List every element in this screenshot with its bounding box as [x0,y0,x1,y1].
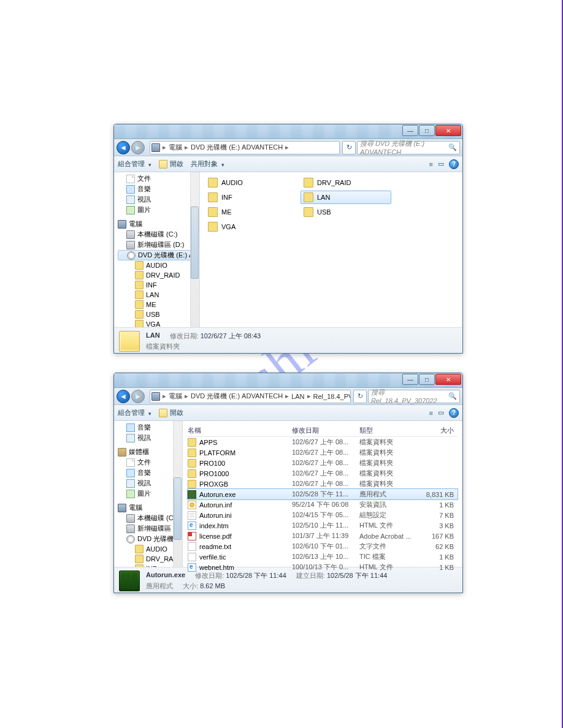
tree-item[interactable]: 文件 [118,173,199,184]
tree-pane[interactable]: 音樂視訊媒體櫃文件音樂視訊圖片電腦本機磁碟 (C:)新增磁碟區 (D:)DVD … [114,421,183,567]
tree-item[interactable]: USB [118,309,199,319]
folder-item[interactable]: LAN [301,191,391,204]
folder-item[interactable]: ME [205,205,296,219]
libmus-icon [126,185,135,194]
breadcrumb-item[interactable]: DVD 光碟機 (E:) ADVANTECH [191,392,283,401]
close-button[interactable]: ✕ [435,125,461,136]
breadcrumb-item[interactable]: LAN [291,393,304,400]
folder-open-icon [159,409,167,417]
scrollbar-thumb[interactable] [174,477,182,540]
open-button[interactable]: 開啟 [159,408,183,417]
scrollbar[interactable] [190,172,199,327]
content-pane[interactable]: AUDIODRV_RAIDINFLANMEUSBVGA [200,172,462,327]
tree-item[interactable]: VGA [118,319,199,327]
view-button[interactable]: ≡ [429,409,433,417]
chevron-right-icon: ▸ [285,143,289,151]
tree-item-label: AUDIO [146,545,167,553]
folder-item[interactable]: VGA [205,220,296,233]
column-date[interactable]: 修改日期 [292,426,359,435]
search-input[interactable]: 搜尋 DVD 光碟機 (E:) ADVANTECH 🔍 [357,141,460,154]
tree-pane[interactable]: 文件音樂視訊圖片電腦本機磁碟 (C:)新增磁碟區 (D:)DVD 光碟機 (E:… [114,172,200,327]
tree-item[interactable]: ME [118,300,199,309]
tree-item[interactable]: 視訊 [118,194,199,205]
comp-icon [118,504,126,512]
table-row[interactable]: Autorun.ini102/4/15 下午 05...組態設定7 KB [188,510,458,520]
tree-item[interactable]: DRV_RAID [118,270,199,280]
table-row[interactable]: APPS102/6/27 上午 08...檔案資料夾 [188,437,458,447]
forward-button[interactable]: ► [131,141,145,154]
open-button[interactable]: 開啟 [159,159,183,169]
back-button[interactable]: ◄ [117,141,130,154]
file-date: 102/6/13 上午 10... [292,552,359,561]
tree-item[interactable]: LAN [118,290,199,300]
maximize-button[interactable]: □ [419,125,435,136]
table-row[interactable]: PRO100102/6/27 上午 08...檔案資料夾 [188,458,458,468]
tree-item[interactable]: INF [118,280,199,290]
table-row[interactable]: readme.txt102/6/10 下午 01...文字文件62 KB [188,541,458,552]
minimize-button[interactable]: — [402,125,418,136]
preview-pane-button[interactable]: ▭ [438,409,444,417]
table-row[interactable]: PRO1000102/6/27 上午 08...檔案資料夾 [188,468,458,479]
table-row[interactable]: verfile.tic102/6/13 上午 10...TIC 檔案1 KB [188,552,458,562]
close-button[interactable]: ✕ [435,374,461,385]
folder-item[interactable]: INF [205,191,296,204]
organize-button[interactable]: 組合管理 [118,159,151,169]
share-button[interactable]: 共用對象 [191,159,224,169]
table-row[interactable]: Autorun.inf95/2/14 下午 06:08安裝資訊1 KB [188,499,458,510]
file-size: 1 KB [421,553,458,561]
title-bar[interactable]: — □ ✕ [114,124,462,139]
folder-item[interactable]: AUDIO [205,176,296,189]
table-row[interactable]: license.pdf101/3/7 上午 11:39Adobe Acrobat… [188,531,458,541]
column-size[interactable]: 大小 [421,426,458,435]
tree-item[interactable]: 電腦 [118,219,199,229]
view-button[interactable]: ≡ [429,161,433,168]
tree-item-label: INF [146,565,157,567]
search-input[interactable]: 搜尋 Rel_18.4_PV_307022 🔍 [368,390,460,403]
tree-item[interactable]: AUDIO [118,260,199,270]
tree-item[interactable]: 新增磁碟區 (D:) [118,240,199,250]
file-type: Adobe Acrobat ... [359,533,421,540]
preview-pane-button[interactable]: ▭ [438,160,444,168]
refresh-button[interactable]: ↻ [353,390,367,403]
breadcrumb-item[interactable]: DVD 光碟機 (E:) ADVANTECH [191,143,283,152]
tree-item[interactable]: 圖片 [118,205,199,215]
refresh-button[interactable]: ↻ [342,141,356,154]
tree-item[interactable]: 本機磁碟 (C:) [118,229,199,240]
table-row[interactable]: Autorun.exe102/5/28 下午 11...應用程式8,831 KB [188,489,458,499]
breadcrumb[interactable]: ▸ 電腦 ▸ DVD 光碟機 (E:) ADVANTECH ▸ [150,141,340,154]
scrollbar[interactable] [173,421,182,567]
column-type[interactable]: 類型 [359,426,421,435]
breadcrumb[interactable]: ▸ 電腦 ▸ DVD 光碟機 (E:) ADVANTECH ▸ LAN ▸ Re… [150,390,351,403]
title-bar[interactable]: — □ ✕ [114,373,462,388]
tree-item[interactable]: 音樂 [118,184,199,194]
minimize-button[interactable]: — [402,374,418,385]
folder-item[interactable]: USB [301,205,391,219]
breadcrumb-item[interactable]: 電腦 [169,143,182,152]
folder-icon [135,290,144,299]
column-headers[interactable]: 名稱 修改日期 類型 大小 [188,425,458,437]
table-row[interactable]: PROXGB102/6/27 上午 08...檔案資料夾 [188,479,458,489]
scrollbar-thumb[interactable] [191,207,199,279]
column-name[interactable]: 名稱 [188,426,292,435]
help-button[interactable]: ? [449,408,459,418]
file-date: 102/6/27 上午 08... [292,438,359,447]
tic-icon [188,553,196,561]
hdd-icon [126,241,135,249]
tree-item[interactable]: DVD 光碟機 (E:) ADVANTE [118,250,199,260]
back-button[interactable]: ◄ [117,390,130,403]
help-button[interactable]: ? [449,159,459,169]
organize-button[interactable]: 組合管理 [118,408,151,417]
breadcrumb-item[interactable]: Rel_18.4_PV_307022 [313,393,351,400]
folder-icon [135,545,144,553]
folder-item[interactable]: DRV_RAID [301,176,391,189]
tree-item-label: 文件 [137,458,151,467]
content-pane[interactable]: 名稱 修改日期 類型 大小 APPS102/6/27 上午 08...檔案資料夾… [183,421,462,567]
table-row[interactable]: PLATFORM102/6/27 上午 08...檔案資料夾 [188,447,458,458]
file-date: 100/10/13 下午 0... [292,563,359,572]
maximize-button[interactable]: □ [419,374,435,385]
table-row[interactable]: index.htm102/5/10 上午 11...HTML 文件3 KB [188,520,458,531]
table-row[interactable]: webnet.htm100/10/13 下午 0...HTML 文件1 KB [188,562,458,572]
forward-button[interactable]: ► [131,390,145,403]
tree-item-label: 圖片 [137,489,151,498]
breadcrumb-item[interactable]: 電腦 [169,392,182,401]
